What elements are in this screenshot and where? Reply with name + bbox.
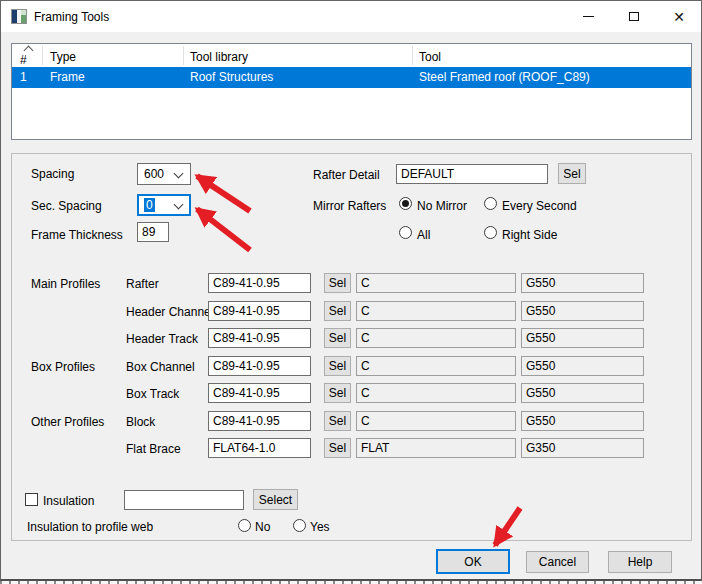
profile-row-label: Rafter: [126, 277, 159, 291]
radio-right-side[interactable]: [484, 226, 497, 239]
profile-field[interactable]: [208, 383, 311, 403]
chevron-down-icon: [174, 200, 184, 210]
close-icon: ✕: [673, 9, 685, 25]
profile-shape-field[interactable]: [356, 411, 516, 431]
maximize-icon: [629, 12, 639, 21]
group-label-box-profiles: Box Profiles: [31, 360, 95, 374]
profile-row-label: Block: [126, 415, 155, 429]
profile-grade-field[interactable]: [521, 356, 644, 376]
frame-thickness-label: Frame Thickness: [31, 228, 123, 242]
radio-no-mirror-label: No Mirror: [417, 199, 467, 213]
profile-row-label: Flat Brace: [126, 442, 181, 456]
chevron-down-icon: [174, 169, 184, 179]
profile-field[interactable]: [208, 301, 311, 321]
profile-grade-field[interactable]: [521, 411, 644, 431]
profile-row-label: Box Track: [126, 387, 179, 401]
spacing-value: 600: [144, 167, 164, 181]
profile-shape-field[interactable]: [356, 356, 516, 376]
rafter-detail-field[interactable]: [396, 164, 548, 184]
cancel-button[interactable]: Cancel: [526, 551, 589, 573]
profile-sel-button[interactable]: Sel: [324, 383, 351, 403]
insulation-label: Insulation: [43, 494, 94, 508]
radio-all[interactable]: [399, 226, 412, 239]
cell-type: Frame: [50, 70, 85, 84]
profile-row-label: Header Track: [126, 332, 198, 346]
sec-spacing-value: 0: [144, 198, 155, 212]
profile-sel-button[interactable]: Sel: [324, 438, 351, 458]
sec-spacing-label: Sec. Spacing: [31, 199, 102, 213]
column-header-tool[interactable]: Tool: [419, 50, 441, 64]
radio-no-mirror[interactable]: [399, 197, 412, 210]
profile-shape-field[interactable]: [356, 328, 516, 348]
insulation-select-button[interactable]: Select: [253, 489, 298, 510]
table-row[interactable]: 1 Frame Roof Structures Steel Framed roo…: [12, 67, 691, 88]
help-button[interactable]: Help: [608, 551, 672, 573]
rafter-detail-label: Rafter Detail: [313, 168, 380, 182]
profile-row-label: Box Channel: [126, 360, 195, 374]
cell-tool: Steel Framed roof (ROOF_C89): [419, 70, 590, 84]
profile-grade-field[interactable]: [521, 301, 644, 321]
profile-grade-field[interactable]: [521, 438, 644, 458]
column-header-type[interactable]: Type: [50, 50, 76, 64]
profile-grade-field[interactable]: [521, 328, 644, 348]
cell-num: 1: [20, 70, 27, 84]
minimize-icon: [583, 16, 594, 17]
app-icon: [11, 9, 27, 24]
profile-shape-field[interactable]: [356, 273, 516, 293]
profile-field[interactable]: [208, 438, 311, 458]
profile-shape-field[interactable]: [356, 438, 516, 458]
profile-field[interactable]: [208, 273, 311, 293]
radio-every-second-label: Every Second: [502, 199, 577, 213]
spacing-dropdown[interactable]: 600: [137, 163, 191, 185]
ok-button[interactable]: OK: [436, 549, 510, 574]
radio-web-no-label: No: [255, 520, 270, 534]
column-header-num[interactable]: #: [20, 53, 27, 67]
radio-every-second[interactable]: [484, 197, 497, 210]
column-divider: [183, 46, 184, 65]
column-divider: [412, 46, 413, 65]
group-label-other-profiles: Other Profiles: [31, 415, 104, 429]
dialog-window: Framing Tools ✕ # Type Tool library Tool…: [0, 0, 702, 581]
profile-sel-button[interactable]: Sel: [324, 411, 351, 431]
profile-grade-field[interactable]: [521, 383, 644, 403]
profile-sel-button[interactable]: Sel: [324, 328, 351, 348]
profile-field[interactable]: [208, 411, 311, 431]
insulation-field[interactable]: [124, 490, 244, 510]
radio-right-side-label: Right Side: [502, 228, 557, 242]
sec-spacing-dropdown[interactable]: 0: [137, 194, 191, 216]
tool-list-header: # Type Tool library Tool: [12, 44, 691, 67]
tool-list: # Type Tool library Tool 1 Frame Roof St…: [11, 43, 692, 140]
insulation-web-label: Insulation to profile web: [27, 520, 153, 534]
cell-library: Roof Structures: [190, 70, 273, 84]
radio-all-label: All: [417, 228, 430, 242]
window-title: Framing Tools: [34, 10, 109, 24]
radio-web-no[interactable]: [238, 519, 251, 532]
minimize-button[interactable]: [565, 1, 611, 32]
mirror-rafters-label: Mirror Rafters: [313, 199, 386, 213]
profile-sel-button[interactable]: Sel: [324, 301, 351, 321]
profile-field[interactable]: [208, 328, 311, 348]
column-divider: [42, 46, 43, 65]
spacing-label: Spacing: [31, 167, 74, 181]
profile-grade-field[interactable]: [521, 273, 644, 293]
framing-tools-dialog: Framing Tools ✕ # Type Tool library Tool…: [0, 0, 702, 584]
title-bar[interactable]: Framing Tools ✕: [1, 1, 701, 32]
radio-web-yes-label: Yes: [310, 520, 330, 534]
profile-shape-field[interactable]: [356, 383, 516, 403]
frame-thickness-field[interactable]: [137, 222, 169, 242]
rafter-detail-sel-button[interactable]: Sel: [558, 163, 586, 184]
profile-shape-field[interactable]: [356, 301, 516, 321]
profile-sel-button[interactable]: Sel: [324, 273, 351, 293]
radio-web-yes[interactable]: [293, 519, 306, 532]
profile-field[interactable]: [208, 356, 311, 376]
profile-sel-button[interactable]: Sel: [324, 356, 351, 376]
insulation-checkbox[interactable]: [25, 493, 38, 506]
column-header-library[interactable]: Tool library: [190, 50, 248, 64]
maximize-button[interactable]: [611, 1, 657, 32]
close-button[interactable]: ✕: [656, 1, 702, 32]
group-label-main-profiles: Main Profiles: [31, 277, 100, 291]
profile-row-label: Header Channel: [126, 305, 213, 319]
